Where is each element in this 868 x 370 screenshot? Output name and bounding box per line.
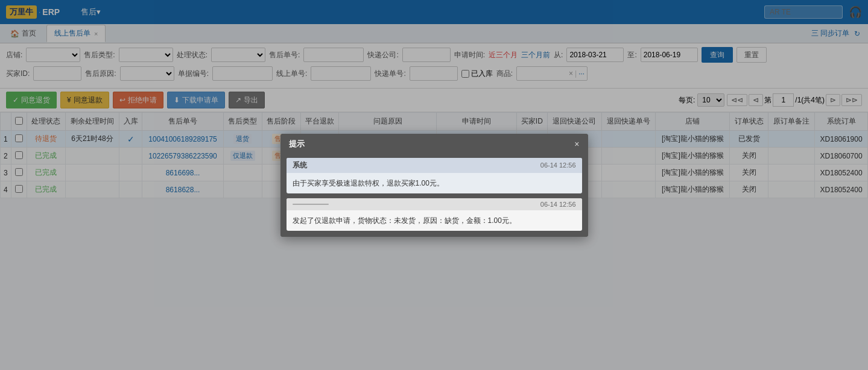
- msg-content-1: 由于买家享受极速退款特权，退款买家1.00元。: [287, 173, 582, 193]
- msg-header-1: 系统 06-14 12:56: [287, 158, 582, 173]
- msg-sender-1: 系统: [293, 160, 307, 171]
- modal-overlay[interactable]: 提示 × 系统 06-14 12:56 由于买家享受极速退款特权，退款买家1.0…: [0, 0, 868, 198]
- msg-block-1: 系统 06-14 12:56 由于买家享受极速退款特权，退款买家1.00元。: [287, 158, 582, 193]
- msg-block-2: 06-14 12:56 发起了仅退款申请，货物状态：未发货，原因：缺货，金额：1…: [287, 198, 582, 199]
- modal-close-btn[interactable]: ×: [574, 139, 579, 149]
- modal-dialog: 提示 × 系统 06-14 12:56 由于买家享受极速退款特权，退款买家1.0…: [280, 134, 588, 199]
- msg-time-1: 06-14 12:56: [540, 161, 576, 169]
- modal-title: 提示: [289, 139, 305, 149]
- modal-body: 系统 06-14 12:56 由于买家享受极速退款特权，退款买家1.00元。 0…: [280, 154, 588, 199]
- msg-header-2: 06-14 12:56: [287, 198, 582, 199]
- modal-header: 提示 ×: [280, 134, 588, 154]
